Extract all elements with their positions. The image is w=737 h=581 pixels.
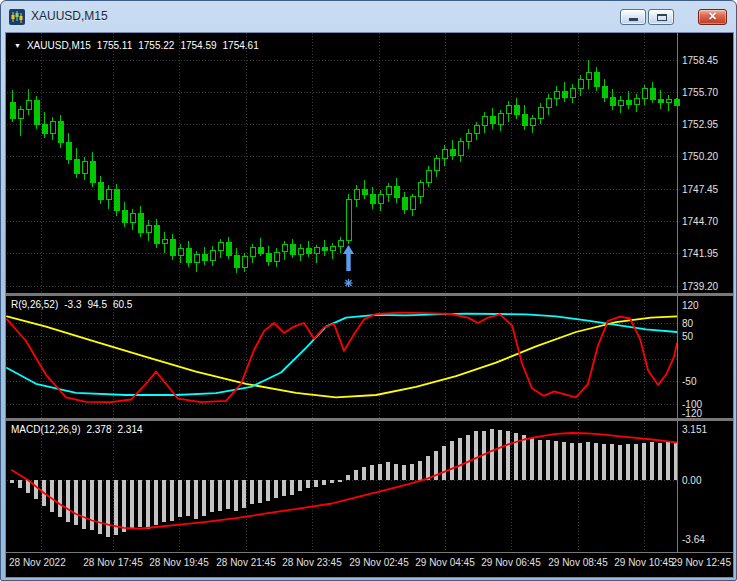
star-icon[interactable] xyxy=(345,279,353,287)
oscillator-label: R(9,26,52) xyxy=(11,299,58,310)
price-axis-label: 1758.45 xyxy=(682,55,719,66)
candle xyxy=(210,246,215,266)
candle xyxy=(618,96,623,114)
candle xyxy=(674,98,679,105)
time-axis-label: 29 Nov 12:45 xyxy=(672,557,732,568)
candle xyxy=(570,84,575,103)
candle xyxy=(226,237,231,259)
candle xyxy=(170,234,175,260)
price-axis[interactable]: 1758.451755.701752.951750.201747.451744.… xyxy=(682,55,719,545)
maximize-icon xyxy=(657,14,667,21)
candle xyxy=(642,85,647,105)
oscillator-axis-label: -120 xyxy=(682,408,702,419)
macd-header: MACD(12,26,9)2.3782.314 xyxy=(11,424,149,435)
candle xyxy=(122,202,127,228)
header-close: 1754.61 xyxy=(223,40,259,51)
candle xyxy=(522,105,527,130)
time-axis-label: 28 Nov 19:45 xyxy=(149,557,209,568)
candle xyxy=(58,115,63,148)
candle xyxy=(82,157,87,180)
time-axis-label: 28 Nov 23:45 xyxy=(282,557,342,568)
candle xyxy=(442,145,447,166)
macd-axis-label: 3.151 xyxy=(682,424,707,435)
candle xyxy=(506,101,511,122)
candle xyxy=(426,166,431,187)
minimize-button[interactable] xyxy=(620,9,646,25)
candle xyxy=(282,241,287,260)
header-low: 1754.59 xyxy=(180,40,216,51)
candle xyxy=(186,241,191,267)
candle xyxy=(538,103,543,124)
header-high: 1755.22 xyxy=(138,40,174,51)
close-button[interactable] xyxy=(698,9,727,25)
candle xyxy=(498,110,503,131)
price-axis-label: 1752.95 xyxy=(682,119,719,130)
price-axis-label: 1747.45 xyxy=(682,184,719,195)
close-icon xyxy=(699,10,726,24)
chart-ohlc-header: ▼XAUUSD,M151755.111755.221754.591754.61 xyxy=(14,40,265,51)
time-axis-separator xyxy=(6,552,733,553)
candle xyxy=(586,60,591,89)
candle xyxy=(578,75,583,96)
macd-axis-label: -3.64 xyxy=(682,534,705,545)
candle xyxy=(634,94,639,113)
macd-label: MACD(12,26,9) xyxy=(11,424,80,435)
candle xyxy=(562,82,567,102)
macd-value-2: 2.314 xyxy=(118,424,143,435)
candle xyxy=(514,98,519,119)
candle xyxy=(370,187,375,208)
candle xyxy=(130,209,135,230)
time-axis-label: 29 Nov 08:45 xyxy=(548,557,608,568)
candle xyxy=(346,194,351,243)
time-axis-label: 28 Nov 21:45 xyxy=(216,557,276,568)
panel-divider[interactable] xyxy=(6,293,733,296)
price-axis-label: 1741.95 xyxy=(682,248,719,259)
candle xyxy=(434,155,439,177)
oscillator-axis-label: -50 xyxy=(682,376,697,387)
candle xyxy=(42,112,47,138)
maximize-button[interactable] xyxy=(648,9,674,25)
header-symbol: XAUUSD,M15 xyxy=(27,40,91,51)
mt4-chart-window: XAUUSD,M15 1758.451755.701752.951750.201… xyxy=(0,0,737,581)
oscillator-axis-label: 80 xyxy=(682,318,694,329)
panel-divider[interactable] xyxy=(6,418,733,421)
candle xyxy=(250,244,255,263)
candle xyxy=(402,192,407,214)
candle xyxy=(218,239,223,258)
yellow-oscillator-line xyxy=(7,316,677,397)
candle xyxy=(394,178,399,203)
price-axis-label: 1750.20 xyxy=(682,151,719,162)
candle xyxy=(146,220,151,241)
buy-arrow-icon[interactable] xyxy=(343,245,354,271)
candle xyxy=(34,96,39,129)
candle xyxy=(306,241,311,256)
oscillator-value-3: 60.5 xyxy=(113,299,132,310)
candle xyxy=(90,152,95,187)
candle xyxy=(362,180,367,199)
macd-signal-line xyxy=(12,433,676,529)
candle xyxy=(234,248,239,273)
window-title: XAUUSD,M15 xyxy=(31,9,108,23)
time-axis[interactable]: 28 Nov 202228 Nov 17:4528 Nov 19:4528 No… xyxy=(9,557,731,568)
candle xyxy=(194,251,199,272)
candle xyxy=(410,194,415,215)
candle xyxy=(26,89,31,115)
candle xyxy=(666,95,671,112)
cyan-oscillator-line xyxy=(7,314,677,395)
minimize-icon xyxy=(629,18,638,21)
window-titlebar[interactable]: XAUUSD,M15 xyxy=(1,1,736,33)
candle xyxy=(314,245,319,263)
candle xyxy=(530,115,535,134)
candle xyxy=(466,129,471,149)
chart-client-area[interactable]: 1758.451755.701752.951750.201747.451744.… xyxy=(6,33,733,577)
oscillator-header: R(9,26,52)-3.394.560.5 xyxy=(11,299,138,310)
candle xyxy=(138,206,143,237)
candle xyxy=(258,238,263,256)
candles-layer xyxy=(10,60,679,273)
macd-histogram xyxy=(10,429,678,537)
symbol-dropdown-icon: ▼ xyxy=(14,42,21,49)
candle xyxy=(490,108,495,129)
candle xyxy=(418,180,423,204)
candle xyxy=(458,138,463,162)
candle xyxy=(162,232,167,253)
